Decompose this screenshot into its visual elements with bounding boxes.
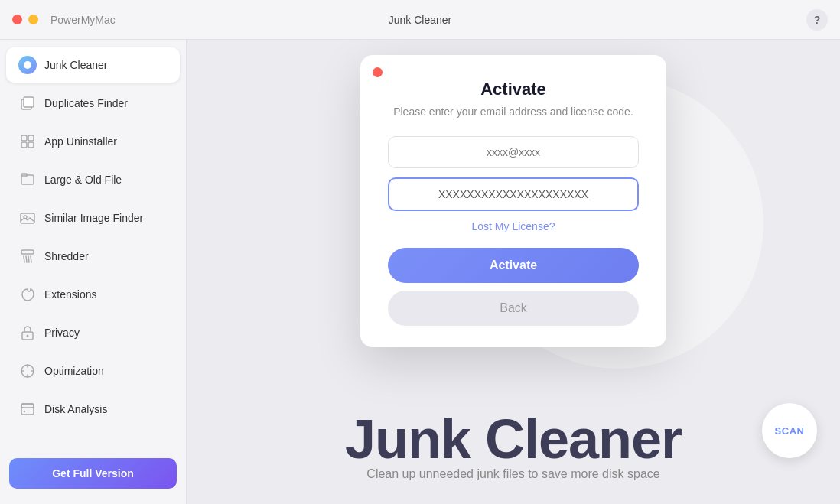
sidebar-item-optimization[interactable]: Optimization xyxy=(6,353,180,389)
svg-line-11 xyxy=(24,256,24,262)
app-uninstaller-icon xyxy=(18,132,37,151)
get-full-version-button[interactable]: Get Full Version xyxy=(9,458,177,489)
svg-rect-2 xyxy=(21,135,27,141)
svg-rect-18 xyxy=(21,404,34,415)
svg-line-12 xyxy=(26,256,27,262)
svg-rect-8 xyxy=(21,213,34,223)
traffic-lights xyxy=(12,15,38,24)
large-old-file-icon xyxy=(18,171,37,189)
sidebar-item-label: Large & Old File xyxy=(44,174,122,186)
traffic-light-red[interactable] xyxy=(12,15,22,24)
app-name: PowerMyMac xyxy=(50,14,116,26)
window-title: Junk Cleaner xyxy=(389,14,452,26)
help-button[interactable]: ? xyxy=(806,9,828,31)
modal-overlay: Activate Please enter your email address… xyxy=(187,40,840,504)
sidebar-item-label: Junk Cleaner xyxy=(44,59,108,71)
license-input[interactable] xyxy=(388,177,639,211)
sidebar-item-duplicates-finder[interactable]: Duplicates Finder xyxy=(6,86,180,121)
disk-analysis-icon xyxy=(18,400,37,418)
svg-rect-1 xyxy=(24,97,34,107)
svg-point-16 xyxy=(27,335,29,337)
svg-rect-5 xyxy=(28,142,34,148)
activate-button[interactable]: Activate xyxy=(388,248,639,283)
similar-image-finder-icon xyxy=(18,209,37,227)
svg-rect-19 xyxy=(21,404,34,408)
sidebar-item-label: App Uninstaller xyxy=(44,135,117,148)
sidebar-item-extensions[interactable]: Extensions xyxy=(6,277,180,312)
duplicates-finder-icon xyxy=(18,94,37,112)
sidebar-item-label: Optimization xyxy=(44,365,104,377)
content-area: Junk Cleaner Clean up unneeded junk file… xyxy=(187,40,840,504)
modal-title: Activate xyxy=(388,80,639,99)
svg-rect-10 xyxy=(21,250,34,254)
sidebar-item-junk-cleaner[interactable]: Junk Cleaner xyxy=(6,47,180,83)
sidebar-item-label: Privacy xyxy=(44,327,80,339)
sidebar-item-label: Shredder xyxy=(44,250,89,262)
sidebar-item-label: Duplicates Finder xyxy=(44,97,128,109)
modal-close-button[interactable] xyxy=(373,67,383,77)
modal-subtitle: Please enter your email address and lice… xyxy=(388,106,639,118)
sidebar-item-disk-analysis[interactable]: Disk Analysis xyxy=(6,392,180,427)
sidebar-item-label: Disk Analysis xyxy=(44,403,107,415)
sidebar-item-privacy[interactable]: Privacy xyxy=(6,315,180,350)
sidebar-item-similar-image-finder[interactable]: Similar Image Finder xyxy=(6,200,180,236)
sidebar-item-label: Extensions xyxy=(44,288,96,301)
sidebar: Junk Cleaner Duplicates Finder App U xyxy=(0,40,187,504)
activate-modal: Activate Please enter your email address… xyxy=(360,55,666,347)
extensions-icon xyxy=(18,285,37,304)
shredder-icon xyxy=(18,247,37,265)
svg-rect-4 xyxy=(21,142,27,148)
back-button[interactable]: Back xyxy=(388,291,639,326)
title-bar: PowerMyMac Junk Cleaner ? xyxy=(0,0,840,40)
main-layout: Junk Cleaner Duplicates Finder App U xyxy=(0,40,840,504)
email-input[interactable] xyxy=(388,136,639,168)
sidebar-item-shredder[interactable]: Shredder xyxy=(6,239,180,274)
sidebar-item-large-old-file[interactable]: Large & Old File xyxy=(6,162,180,197)
svg-rect-3 xyxy=(28,135,34,141)
privacy-icon xyxy=(18,324,37,342)
optimization-icon xyxy=(18,362,37,380)
svg-line-13 xyxy=(28,256,29,262)
svg-point-20 xyxy=(24,411,25,412)
svg-line-14 xyxy=(31,256,31,262)
junk-cleaner-icon xyxy=(18,56,37,74)
traffic-light-yellow[interactable] xyxy=(28,15,38,24)
lost-license-link[interactable]: Lost My License? xyxy=(388,220,639,232)
sidebar-item-label: Similar Image Finder xyxy=(44,212,143,224)
sidebar-item-app-uninstaller[interactable]: App Uninstaller xyxy=(6,124,180,159)
